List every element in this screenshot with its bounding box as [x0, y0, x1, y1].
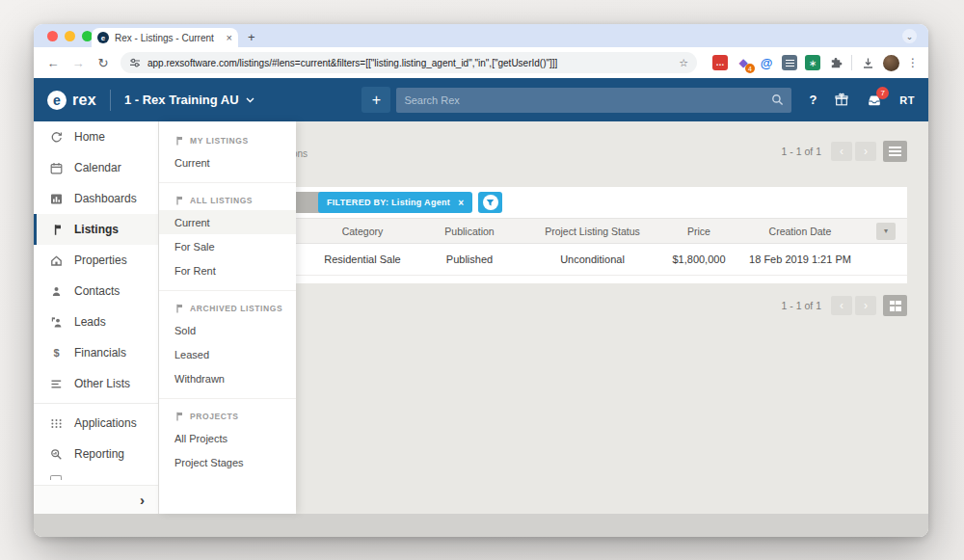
pin-icon [174, 136, 184, 146]
tab-close-icon[interactable]: × [227, 33, 232, 43]
browser-tab[interactable]: e Rex - Listings - Current × [92, 28, 238, 47]
sidebar-item-reporting[interactable]: Reporting [34, 439, 158, 469]
sidebar-item-financials[interactable]: $ Financials [34, 337, 158, 368]
flyout-item-all-current[interactable]: Current [159, 210, 296, 234]
tab-search-chevron-icon[interactable]: ⌄ [902, 29, 917, 43]
app-body: ons 1 - 1 of 1 ‹ › FILTERED BY: Listing … [34, 121, 928, 537]
sidebar-item-leads[interactable]: Leads [34, 307, 158, 337]
flyout-item-leased[interactable]: Leased [159, 342, 296, 366]
lists-lines-icon [50, 378, 63, 390]
extension-badge: 4 [745, 64, 755, 73]
browser-window: e Rex - Listings - Current × + ⌄ ← → ↻ a… [34, 24, 928, 537]
active-filter-pill[interactable]: FILTERED BY: Listing Agent × [318, 192, 472, 213]
toolbar-divider [851, 55, 852, 70]
sidebar-label: Financials [74, 346, 126, 360]
forward-button[interactable]: → [70, 56, 86, 70]
user-avatar[interactable]: RT [899, 94, 915, 106]
downloads-icon[interactable] [860, 55, 875, 70]
flyout-section-title: MY LISTINGS [190, 136, 249, 146]
column-header-publication[interactable]: Publication [416, 219, 522, 244]
extension-at-icon[interactable]: @ [759, 55, 774, 70]
next-page-button[interactable]: › [855, 296, 876, 315]
minimize-window-button[interactable] [65, 31, 75, 41]
extension-icons: … ◆ 4 @ ∗ ⋮ [712, 55, 919, 71]
prev-page-button[interactable]: ‹ [831, 296, 852, 315]
desktop-background: e Rex - Listings - Current × + ⌄ ← → ↻ a… [0, 0, 964, 560]
sidebar-label: Calendar [74, 161, 121, 174]
flyout-section-title: ALL LISTINGS [190, 196, 253, 205]
reload-button[interactable]: ↻ [95, 56, 111, 70]
column-header-price[interactable]: Price [662, 219, 736, 244]
header-divider [110, 90, 111, 111]
help-button[interactable]: ? [809, 93, 817, 107]
prev-page-button[interactable]: ‹ [831, 142, 852, 161]
flyout-section-all-listings: ALL LISTINGS [159, 191, 296, 210]
browser-menu-icon[interactable]: ⋮ [907, 56, 919, 69]
notification-badge: 7 [876, 87, 889, 99]
flyout-item-my-current[interactable]: Current [159, 150, 296, 174]
sidebar-item-applications[interactable]: Applications [34, 408, 158, 439]
flyout-section-archived-listings: ARCHIVED LISTINGS [159, 299, 296, 318]
sidebar-item-other-lists[interactable]: Other Lists [34, 368, 158, 399]
sidebar-item-contacts[interactable]: Contacts [34, 276, 158, 307]
lead-person-icon [50, 316, 63, 329]
flyout-item-sold[interactable]: Sold [159, 318, 296, 342]
sidebar-item-calendar[interactable]: Calendar [34, 152, 158, 183]
extension-slate-icon[interactable] [782, 55, 797, 70]
browser-profile-avatar[interactable] [883, 55, 899, 71]
extension-red-icon[interactable]: … [712, 55, 728, 70]
extension-purple-icon[interactable]: ◆ 4 [736, 55, 751, 70]
list-view-toggle-button[interactable] [883, 141, 907, 162]
filter-button[interactable] [478, 192, 502, 213]
sidebar-label: Properties [74, 253, 127, 267]
sidebar-label: Other Lists [74, 377, 130, 390]
flyout-section-my-listings: MY LISTINGS [159, 131, 296, 150]
flyout-item-withdrawn[interactable]: Withdrawn [159, 366, 296, 390]
column-header-project-listing-status[interactable]: Project Listing Status [522, 219, 662, 244]
cell-price: $1,800,000 [662, 244, 736, 276]
new-tab-button[interactable]: + [248, 30, 255, 45]
quick-add-button[interactable]: + [362, 87, 390, 113]
sidebar-item-dashboards[interactable]: Dashboards [34, 183, 158, 214]
extensions-puzzle-icon[interactable] [828, 55, 844, 70]
url-text[interactable]: app.rexsoftware.com/listings/#lens=curre… [147, 58, 672, 68]
sidebar-item-properties[interactable]: Properties [34, 245, 158, 276]
bookmark-star-icon[interactable]: ☆ [679, 57, 688, 69]
sidebar-label: Home [74, 130, 105, 144]
address-bar[interactable]: app.rexsoftware.com/listings/#lens=curre… [120, 52, 697, 73]
flyout-item-for-rent[interactable]: For Rent [159, 258, 296, 282]
cell-project-listing-status: Unconditional [522, 244, 662, 276]
column-options-button[interactable]: ▾ [876, 223, 896, 240]
flyout-divider [159, 182, 296, 183]
column-options-cell: ▾ [865, 219, 907, 244]
site-settings-icon[interactable] [129, 57, 141, 68]
notifications-tray-icon[interactable]: 7 [867, 93, 882, 107]
remove-filter-icon[interactable]: × [458, 198, 464, 208]
next-page-button[interactable]: › [855, 142, 876, 161]
account-switcher[interactable]: 1 - Rex Training AU [124, 93, 254, 107]
sidebar-expand-button[interactable]: › [140, 492, 145, 508]
flyout-item-all-projects[interactable]: All Projects [159, 426, 296, 450]
column-header-category[interactable]: Category [308, 219, 416, 244]
search-icon[interactable] [771, 93, 784, 106]
global-search[interactable] [396, 88, 791, 113]
pin-icon [174, 412, 184, 421]
close-window-button[interactable] [47, 31, 58, 41]
flyout-section-title: PROJECTS [190, 412, 239, 421]
column-header-creation-date[interactable]: Creation Date [736, 219, 865, 244]
search-input[interactable] [404, 94, 771, 106]
row-actions-cell [865, 244, 907, 276]
person-icon [50, 285, 63, 298]
report-search-icon [50, 448, 63, 461]
sidebar-item-listings[interactable]: Listings [34, 214, 158, 245]
sidebar-item-home[interactable]: Home [34, 121, 158, 152]
extension-green-icon[interactable]: ∗ [805, 55, 820, 70]
back-button[interactable]: ← [45, 56, 61, 70]
whats-new-gift-icon[interactable] [834, 93, 849, 107]
rex-logo[interactable]: e rex [47, 91, 96, 110]
flyout-item-project-stages[interactable]: Project Stages [159, 450, 296, 474]
filter-pill-label: FILTERED BY: Listing Agent [327, 198, 450, 207]
grid-view-toggle-button[interactable] [883, 295, 907, 316]
flyout-item-for-sale[interactable]: For Sale [159, 234, 296, 258]
sidebar-label: Contacts [74, 284, 120, 298]
